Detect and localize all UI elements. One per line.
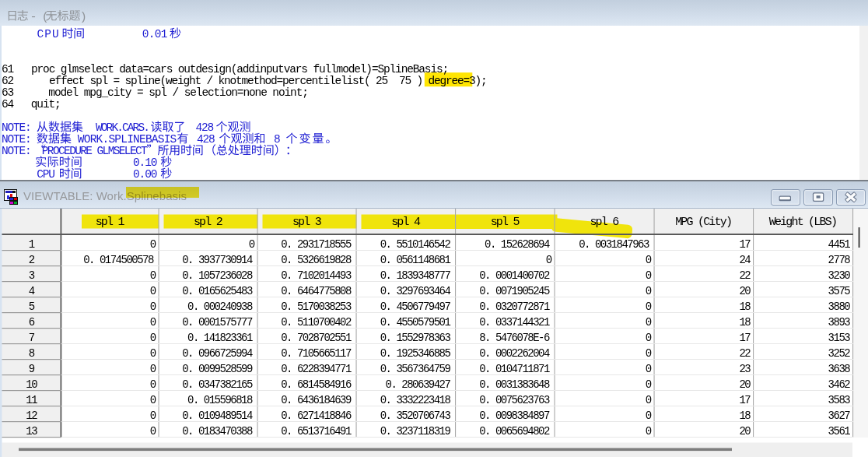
svg-text:3153: 3153 xyxy=(828,332,851,344)
svg-text:3575: 3575 xyxy=(828,285,851,297)
svg-text:8: 8 xyxy=(29,347,35,360)
svg-text:0. 7102014493: 0. 7102014493 xyxy=(281,269,352,282)
svg-text:0. 0174500578: 0. 0174500578 xyxy=(83,254,154,266)
svg-text:0. 5170038253: 0. 5170038253 xyxy=(281,301,352,313)
svg-text:0. 6814584916: 0. 6814584916 xyxy=(281,378,352,391)
svg-text:3627: 3627 xyxy=(828,410,851,422)
svg-text:0. 5110700402: 0. 5110700402 xyxy=(281,316,352,329)
svg-text:0: 0 xyxy=(150,363,156,375)
svg-text:0. 6436184639: 0. 6436184639 xyxy=(281,394,352,406)
svg-text:0: 0 xyxy=(150,316,156,329)
svg-text:13: 13 xyxy=(26,425,37,438)
svg-text:0. 2931718555: 0. 2931718555 xyxy=(281,238,352,251)
svg-text:18: 18 xyxy=(739,301,751,313)
svg-text:20: 20 xyxy=(739,378,751,391)
svg-text:0.00: 0.00 xyxy=(133,168,157,180)
svg-text:proc glmselect data=cars outde: proc glmselect data=cars outdesign(addin… xyxy=(31,63,448,76)
svg-text:0. 7028702551: 0. 7028702551 xyxy=(281,332,352,344)
svg-text:0. 1057236028: 0. 1057236028 xyxy=(182,269,253,282)
svg-text:0: 0 xyxy=(150,394,156,406)
svg-text:model mpg_city = spl / selecti: model mpg_city = spl / selection=none no… xyxy=(48,86,308,99)
svg-text:61: 61 xyxy=(2,63,14,76)
svg-text:0. 0031383648: 0. 0031383648 xyxy=(479,378,550,391)
svg-text:3252: 3252 xyxy=(828,347,851,360)
svg-text:2778: 2778 xyxy=(828,254,851,266)
svg-text:spl 2: spl 2 xyxy=(194,216,222,229)
svg-text:428: 428 xyxy=(196,121,214,134)
svg-text:-: - xyxy=(30,11,37,24)
svg-text:0. 152628694: 0. 152628694 xyxy=(485,238,550,251)
svg-text:WORK.SPLINEBASIS: WORK.SPLINEBASIS xyxy=(78,133,177,146)
svg-text:0: 0 xyxy=(646,394,652,406)
svg-text:11: 11 xyxy=(26,394,37,406)
svg-text:9: 9 xyxy=(29,363,35,375)
svg-text:1: 1 xyxy=(29,238,35,251)
svg-text:63: 63 xyxy=(2,86,14,99)
svg-text:0: 0 xyxy=(150,332,156,344)
svg-text:0. 1925346885: 0. 1925346885 xyxy=(380,347,451,360)
svg-text:0. 4550579501: 0. 4550579501 xyxy=(380,316,451,329)
svg-text:effect spl = spline(weight / k: effect spl = spline(weight / knotmethod=… xyxy=(49,75,487,87)
svg-text:0. 0104711871: 0. 0104711871 xyxy=(479,363,550,375)
svg-text:10: 10 xyxy=(26,378,37,391)
svg-text:62: 62 xyxy=(2,75,14,87)
svg-text:4: 4 xyxy=(29,285,35,297)
svg-text:0. 141823361: 0. 141823361 xyxy=(187,332,253,344)
svg-text:3: 3 xyxy=(29,269,35,282)
svg-text:2: 2 xyxy=(29,254,35,266)
svg-text:NOTE:: NOTE: xyxy=(2,121,31,134)
svg-text:0.01: 0.01 xyxy=(142,28,167,40)
svg-text:0: 0 xyxy=(646,363,652,375)
svg-text:0. 0031847963: 0. 0031847963 xyxy=(579,238,649,251)
svg-text:0: 0 xyxy=(646,378,652,391)
svg-text:0: 0 xyxy=(646,332,652,344)
svg-text:17: 17 xyxy=(739,394,751,406)
svg-text:0: 0 xyxy=(646,301,652,313)
svg-text:0. 6464775808: 0. 6464775808 xyxy=(281,285,352,297)
svg-text:0: 0 xyxy=(646,410,652,422)
svg-text:0. 0001575777: 0. 0001575777 xyxy=(182,316,253,329)
svg-text:428: 428 xyxy=(197,133,215,146)
svg-text:17: 17 xyxy=(739,332,751,344)
svg-text:0. 0347382165: 0. 0347382165 xyxy=(182,378,253,391)
svg-text:0. 0109489514: 0. 0109489514 xyxy=(182,410,253,422)
svg-text:0: 0 xyxy=(646,269,652,282)
svg-text:0: 0 xyxy=(150,410,156,422)
svg-text:20: 20 xyxy=(739,285,751,297)
svg-text:0. 3937730914: 0. 3937730914 xyxy=(182,254,253,266)
svg-text:3583: 3583 xyxy=(828,394,851,406)
svg-text:0: 0 xyxy=(150,378,156,391)
svg-text:CPU: CPU xyxy=(37,28,60,40)
svg-text:3462: 3462 xyxy=(828,378,851,391)
svg-text:20: 20 xyxy=(739,425,751,438)
svg-text:0. 3567364759: 0. 3567364759 xyxy=(380,363,451,375)
svg-text:spl 4: spl 4 xyxy=(391,216,421,229)
svg-text:0. 3332223418: 0. 3332223418 xyxy=(380,394,451,406)
svg-text:22: 22 xyxy=(739,269,751,282)
svg-text:3561: 3561 xyxy=(828,425,851,438)
svg-text:0: 0 xyxy=(150,269,156,282)
svg-text:24: 24 xyxy=(739,254,751,266)
svg-text:PROCEDURE GLMSELECT: PROCEDURE GLMSELECT xyxy=(42,145,148,157)
svg-text:(: ( xyxy=(42,11,49,24)
svg-text:spl 6: spl 6 xyxy=(590,216,619,229)
svg-text:0. 6228394771: 0. 6228394771 xyxy=(281,363,352,375)
svg-text:0. 0966725994: 0. 0966725994 xyxy=(182,347,253,360)
svg-text:0. 000240938: 0. 000240938 xyxy=(187,301,253,313)
svg-text:0. 3297693464: 0. 3297693464 xyxy=(380,285,451,297)
svg-text:0: 0 xyxy=(646,425,652,438)
svg-text:0.10: 0.10 xyxy=(133,156,157,169)
svg-text:0. 3520706743: 0. 3520706743 xyxy=(380,410,451,422)
svg-text:8: 8 xyxy=(274,133,280,146)
svg-text:18: 18 xyxy=(739,410,751,422)
svg-text:0: 0 xyxy=(646,285,652,297)
svg-text:NOTE:: NOTE: xyxy=(2,145,31,157)
svg-text:0: 0 xyxy=(646,347,652,360)
svg-text:0. 0183470388: 0. 0183470388 xyxy=(182,425,253,438)
svg-text:0: 0 xyxy=(150,301,156,313)
svg-text:3893: 3893 xyxy=(828,316,851,329)
svg-text:64: 64 xyxy=(2,98,14,111)
svg-text:0: 0 xyxy=(150,425,156,438)
svg-text:0. 0001400702: 0. 0001400702 xyxy=(479,269,550,282)
svg-text:): ) xyxy=(80,11,87,24)
